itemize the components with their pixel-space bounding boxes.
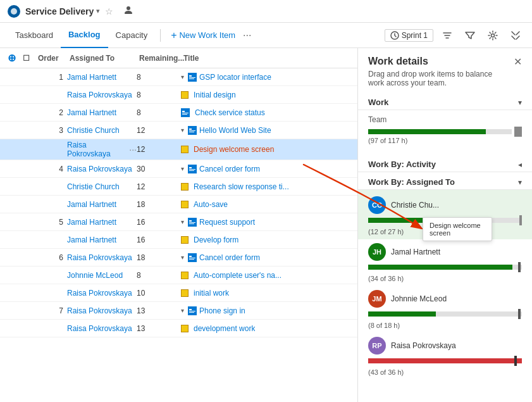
remaining-cell: 16 <box>137 236 181 244</box>
assigned-cell: Christie Church <box>67 126 137 135</box>
work-item-title[interactable]: Cancel order form <box>199 253 260 262</box>
johnnie-name: Johnnie McLeod <box>391 294 522 303</box>
project-chevron-icon[interactable]: ▾ <box>96 7 100 15</box>
work-item-title[interactable]: initial work <box>194 289 229 298</box>
work-item-title[interactable]: Check service status <box>195 108 265 117</box>
chevron-expand-icon[interactable]: ▾ <box>181 254 184 261</box>
tab-taskboard[interactable]: Taskboard <box>8 23 61 48</box>
assigned-cell: Raisa Pokrovskaya <box>67 165 137 173</box>
work-item-title[interactable]: Initial design <box>194 91 236 99</box>
settings-sliders-button[interactable] <box>438 27 456 44</box>
select-col-header[interactable]: ☐ <box>20 53 35 64</box>
chevron-expand-icon[interactable]: ▾ <box>181 218 184 225</box>
svg-rect-13 <box>189 130 195 131</box>
work-details-panel: Work details Drag and drop work items to… <box>358 48 532 402</box>
work-section-expand-icon[interactable]: ▾ <box>518 98 522 107</box>
work-item-title[interactable]: Auto-complete user's na... <box>194 271 281 280</box>
task-icon <box>181 91 189 99</box>
sprint-selector[interactable]: Sprint 1 <box>385 29 433 42</box>
order-cell: 6 <box>35 253 67 262</box>
table-row[interactable]: 6 Raisa Pokrovskaya 18 ▾ Cancel order fo… <box>0 249 357 267</box>
close-panel-button[interactable]: ✕ <box>514 56 522 68</box>
svg-rect-30 <box>189 312 194 313</box>
svg-rect-24 <box>189 256 192 257</box>
table-row[interactable]: 7 Raisa Pokrovskaya 13 ▾ Phone sign in <box>0 302 357 320</box>
table-row[interactable]: 3 Christie Church 12 ▾ Hello World Web S… <box>0 122 357 139</box>
work-item-title[interactable]: Phone sign in <box>199 306 245 315</box>
remaining-cell: 18 <box>137 253 181 262</box>
work-item-title[interactable]: Request support <box>199 218 255 227</box>
person-row-johnnie: JM Johnnie McLeod <box>358 286 532 311</box>
title-cell: ▾ Hello World Web Site <box>181 126 352 135</box>
story-icon <box>188 253 197 262</box>
remaining-cell: 13 <box>137 324 181 333</box>
panel-title: Work details <box>368 56 509 67</box>
settings-gear-button[interactable] <box>484 27 502 44</box>
work-by-activity-title: Work By: Activity <box>368 160 436 169</box>
expand-button[interactable] <box>507 27 524 44</box>
svg-rect-10 <box>182 114 187 115</box>
table-row[interactable]: Raisa Pokrovskaya 10 initial work <box>0 284 357 302</box>
christie-bar-fill <box>368 218 436 223</box>
table-row[interactable]: Jamal Hartnett 16 Develop form <box>0 231 357 249</box>
christie-capacity-marker <box>519 215 522 225</box>
table-row[interactable]: Christie Church 12 Research slow respons… <box>0 178 357 196</box>
table-row[interactable]: 1 Jamal Hartnett 8 ▾ GSP locator interfa… <box>0 68 357 86</box>
work-item-title[interactable]: Research slow response ti... <box>194 182 289 191</box>
assigned-cell: Johnnie McLeod <box>67 271 137 280</box>
title-cell: Auto-complete user's na... <box>181 271 352 280</box>
task-icon <box>181 325 189 332</box>
title-col-header: Title <box>181 53 352 64</box>
chevron-expand-icon[interactable]: ▾ <box>181 307 184 314</box>
order-col-header: Order <box>35 53 67 64</box>
table-row[interactable]: Raisa Pokrovskaya 8 Initial design <box>0 86 357 104</box>
panel-description: Drag and drop work items to balance work… <box>368 70 509 87</box>
tab-backlog[interactable]: Backlog <box>61 23 108 48</box>
nav-right-controls: Sprint 1 <box>385 27 524 44</box>
team-label: Team <box>368 115 522 124</box>
christie-bar-wrap <box>358 218 532 228</box>
chevron-expand-icon[interactable]: ▾ <box>181 165 184 172</box>
title-cell: ▾ GSP locator interface <box>181 73 352 82</box>
table-row[interactable]: Johnnie McLeod 8 Auto-complete user's na… <box>0 267 357 284</box>
favorite-star-icon[interactable]: ☆ <box>105 6 113 16</box>
kebab-menu-icon[interactable]: ··· <box>129 144 137 154</box>
story-icon <box>188 165 197 173</box>
title-cell: development work <box>181 324 352 333</box>
work-by-activity-expand-icon[interactable]: ◂ <box>518 160 522 169</box>
work-item-title[interactable]: development work <box>194 324 255 333</box>
work-item-title[interactable]: Develop form <box>194 236 238 244</box>
table-row[interactable]: Jamal Hartnett 18 Auto-save <box>0 196 357 213</box>
remaining-cell: 13 <box>137 306 181 315</box>
raisa-bar-wrap <box>358 358 532 368</box>
chevron-expand-icon[interactable]: ▾ <box>181 73 184 80</box>
work-item-title[interactable]: GSP locator interface <box>199 73 271 82</box>
remaining-cell: 8 <box>137 91 181 99</box>
work-item-title[interactable]: Auto-save <box>194 200 228 209</box>
work-item-title[interactable]: Cancel order form <box>199 165 260 173</box>
table-row[interactable]: 5 Jamal Hartnett 16 ▾ Request support <box>0 213 357 231</box>
table-row[interactable]: 4 Raisa Pokrovskaya 30 ▾ Cancel order fo… <box>0 160 357 178</box>
chevron-expand-icon[interactable]: ▾ <box>181 127 184 134</box>
task-icon <box>181 146 189 153</box>
remaining-cell: 12 <box>137 145 181 154</box>
table-row[interactable]: Raisa Pokrovskaya ··· 12 Design welcome … <box>0 139 357 160</box>
raisa-capacity-marker <box>514 356 517 366</box>
more-options-button[interactable]: ··· <box>240 30 254 41</box>
work-by-assigned-expand-icon[interactable]: ▾ <box>518 178 522 187</box>
order-cell: 1 <box>35 73 67 82</box>
new-work-item-button[interactable]: + New Work Item <box>166 30 240 41</box>
work-item-title[interactable]: Design welcome screen <box>194 145 274 154</box>
assigned-cell: Jamal Hartnett <box>67 236 137 244</box>
work-item-title[interactable]: Hello World Web Site <box>199 126 271 135</box>
christie-church-section: CC Christie Chu... (12 of 27 h) <box>358 190 532 239</box>
svg-rect-25 <box>189 258 195 258</box>
svg-rect-8 <box>182 111 185 112</box>
plus-icon: + <box>171 30 176 41</box>
table-row[interactable]: Raisa Pokrovskaya 13 development work <box>0 320 357 337</box>
filter-button[interactable] <box>461 27 479 44</box>
tab-capacity[interactable]: Capacity <box>108 23 156 48</box>
title-cell: Check service status <box>181 108 352 117</box>
add-col-header[interactable]: ⊕ <box>5 51 20 65</box>
table-row[interactable]: 2 Jamal Hartnett 8 Check service status <box>0 104 357 122</box>
